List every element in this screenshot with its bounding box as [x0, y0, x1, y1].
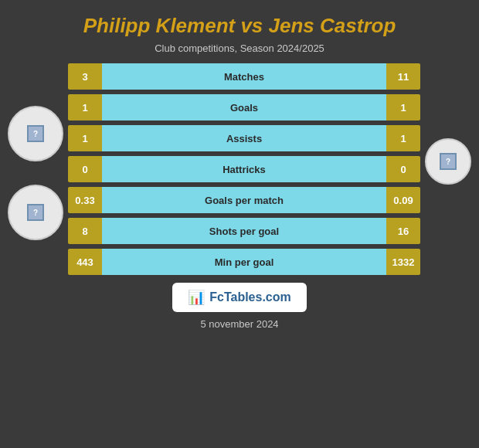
- bar-left-value-5: 8: [68, 218, 102, 244]
- bar-label-6: Min per goal: [102, 249, 386, 275]
- bar-row-0: 3Matches11: [68, 63, 420, 90]
- bar-label-3: Hattricks: [102, 156, 386, 182]
- page-title: Philipp Klement vs Jens Castrop: [83, 14, 396, 38]
- bar-right-value-1: 1: [386, 94, 420, 120]
- bar-right-value-4: 0.09: [386, 187, 420, 213]
- bar-label-0: Matches: [102, 63, 386, 90]
- bar-label-5: Shots per goal: [102, 218, 386, 244]
- logo-area: 📊 FcTables.com: [172, 283, 307, 312]
- player1-avatar-bottom: ?: [8, 185, 63, 240]
- bar-row-2: 1Assists1: [68, 125, 420, 151]
- bar-right-value-6: 1332: [386, 249, 420, 275]
- player1-icon-top: ?: [27, 125, 44, 142]
- bar-row-5: 8Shots per goal16: [68, 218, 420, 244]
- bar-label-1: Goals: [102, 94, 386, 120]
- bar-left-value-0: 3: [68, 63, 102, 90]
- player2-icon: ?: [440, 153, 457, 170]
- bar-label-2: Assists: [102, 125, 386, 151]
- bars-container: 3Matches111Goals11Assists10Hattricks00.3…: [68, 63, 420, 275]
- player1-icon-bottom: ?: [27, 204, 44, 221]
- bar-right-value-3: 0: [386, 156, 420, 182]
- bar-left-value-3: 0: [68, 156, 102, 182]
- player1-avatar-top: ?: [8, 106, 63, 161]
- bar-left-value-1: 1: [68, 94, 102, 120]
- date-text: 5 november 2024: [200, 318, 278, 330]
- logo-text: FcTables.com: [209, 290, 291, 304]
- bar-right-value-2: 1: [386, 125, 420, 151]
- bar-left-value-4: 0.33: [68, 187, 102, 213]
- bar-row-4: 0.33Goals per match0.09: [68, 187, 420, 213]
- bar-row-6: 443Min per goal1332: [68, 249, 420, 275]
- subtitle: Club competitions, Season 2024/2025: [155, 42, 324, 54]
- right-avatars: ?: [425, 138, 471, 185]
- bar-left-value-2: 1: [68, 125, 102, 151]
- bar-right-value-0: 11: [386, 63, 420, 90]
- bar-right-value-5: 16: [386, 218, 420, 244]
- bar-left-value-6: 443: [68, 249, 102, 275]
- logo-icon: 📊: [188, 289, 205, 306]
- bar-row-1: 1Goals1: [68, 94, 420, 120]
- bar-label-4: Goals per match: [102, 187, 386, 213]
- left-avatars: ? ?: [8, 106, 63, 240]
- bar-row-3: 0Hattricks0: [68, 156, 420, 182]
- player2-avatar: ?: [425, 138, 471, 185]
